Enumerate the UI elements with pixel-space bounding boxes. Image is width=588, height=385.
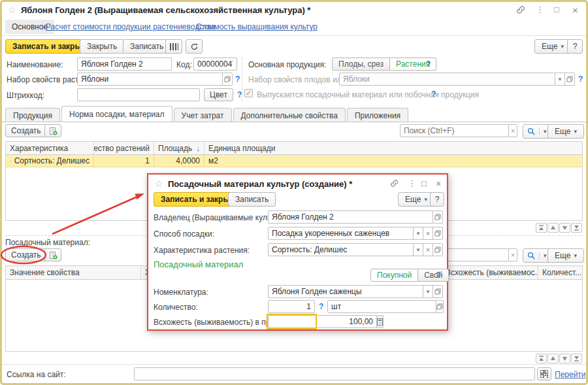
save-button[interactable]: Записать [123,39,171,54]
open-link-icon[interactable] [433,243,443,256]
plant-props-input[interactable] [77,73,223,86]
close-icon[interactable]: × [572,5,578,16]
main-product-help-icon[interactable]: ? [426,59,431,69]
germination-field[interactable] [268,315,316,328]
code-input[interactable] [193,58,237,71]
move-top-icon[interactable] [536,354,547,363]
norm-search-button[interactable]: ▾ [523,124,551,139]
toggle-fruits-option[interactable]: Плоды, срез [332,58,390,71]
close-icon[interactable]: × [436,178,441,189]
move-up-icon[interactable] [547,223,559,233]
checkbox-help-icon[interactable]: ? [431,90,436,99]
open-link-icon[interactable] [433,210,443,224]
move-down-icon[interactable] [559,354,570,363]
chevron-down-icon[interactable]: ▾ [414,243,423,256]
maximize-icon[interactable]: □ [554,5,559,14]
go-to-site-link[interactable]: Перейти [555,370,586,379]
norm-search-field[interactable]: × [400,124,517,137]
tab-attachments[interactable]: Приложения [347,108,408,122]
move-up-icon[interactable] [547,354,559,363]
maximize-icon[interactable]: □ [421,178,427,188]
norm-search-input[interactable] [400,124,509,137]
planting-more-button[interactable]: Еще▾ [547,248,584,263]
owner-field[interactable] [268,210,443,224]
change-history-button[interactable] [186,39,203,54]
move-bottom-icon[interactable] [571,223,582,233]
move-top-icon[interactable] [536,223,547,233]
plant-characteristic-field[interactable]: ▾ × [268,243,443,256]
barcode-button[interactable] [165,39,182,54]
clear-search-icon[interactable]: × [509,248,517,261]
characteristic-cell[interactable]: Сортность: Делишес [6,155,94,167]
unit-input[interactable] [327,300,436,313]
site-link-input[interactable] [134,367,535,380]
move-down-icon[interactable] [559,223,570,233]
barcode-input[interactable] [77,88,200,101]
favorite-star-icon[interactable]: ☆ [155,178,163,189]
help-button[interactable]: ? [567,39,583,54]
norm-copy-button[interactable] [44,124,61,137]
toggle-purchased-option[interactable]: Покупной [370,269,418,282]
source-help-icon[interactable]: ? [436,271,440,280]
quantity-input[interactable] [268,300,315,313]
window-menu-icon[interactable]: ⋮ [536,5,544,14]
clear-icon[interactable]: × [423,227,433,240]
dialog-save-button[interactable]: Записать [228,192,276,207]
chevron-down-icon[interactable]: ▾ [414,227,423,240]
plant-props-help-icon[interactable]: ? [235,75,240,84]
close-button[interactable]: Закрыть [80,39,124,54]
plant-count-cell[interactable]: 1 [94,155,154,167]
quantity-help-icon[interactable]: ? [319,302,323,311]
owner-input[interactable] [268,210,433,224]
column-header[interactable]: Количество растений [94,142,154,154]
planting-method-input[interactable] [268,227,414,240]
plant-characteristic-input[interactable] [268,243,414,256]
area-unit-cell[interactable]: м2 [204,155,582,167]
tab-cost-accounting[interactable]: Учет затрат [174,108,232,122]
tab-products[interactable]: Продукция [5,108,60,122]
column-header-sorted[interactable]: Всхожесть (выживаемос...↓ [442,266,538,279]
norm-create-button[interactable]: Создать [5,124,47,137]
open-link-icon[interactable] [433,227,443,240]
chevron-down-icon[interactable]: ▾ [423,285,433,298]
area-cell[interactable]: 4,0000 [154,155,204,167]
planting-copy-button[interactable] [44,248,61,261]
open-link-icon[interactable] [436,300,444,313]
window-menu-icon[interactable]: ⋮ [408,178,416,188]
qr-code-button[interactable] [537,367,551,380]
open-link-icon[interactable] [433,285,443,298]
plant-props-field[interactable] [77,73,233,86]
clear-icon[interactable]: × [423,243,433,256]
column-header-sorted[interactable]: Площадь↓ [154,142,204,154]
nomenclature-input[interactable] [268,285,423,298]
planting-search-button[interactable]: ▾ [523,248,551,263]
nav-link-growing-cost[interactable]: Стоимость выращивания культур [196,22,318,31]
nav-link-crop-cost[interactable]: Расчет стоимости продукции растениеводст… [46,22,216,31]
column-header[interactable]: Количест... [538,266,582,279]
clear-search-icon[interactable]: × [509,124,517,137]
favorite-star-icon[interactable]: ☆ [8,5,16,15]
column-header[interactable]: Единица площади [204,142,582,154]
tab-planting-norm[interactable]: Норма посадки, материал [61,106,172,122]
open-link-icon[interactable] [565,73,575,86]
table-row-selected[interactable]: Сортность: Делишес 1 4,0000 м2 [5,155,583,167]
name-input[interactable] [77,58,172,71]
get-link-icon[interactable] [390,179,399,188]
more-button[interactable]: Еще▾ [534,39,571,54]
nomenclature-field[interactable]: ▾ [268,285,443,298]
toggle-own-option[interactable]: Свой [418,269,449,282]
dialog-more-button[interactable]: Еще▾ [398,192,434,207]
open-link-icon[interactable] [223,73,233,86]
color-button[interactable]: Цвет [204,88,233,101]
dialog-help-button[interactable]: ? [430,192,444,207]
fruit-props-help-icon[interactable]: ? [578,75,583,84]
tab-additional-props[interactable]: Дополнительные свойства [233,108,346,122]
get-link-icon[interactable] [516,5,525,14]
column-header[interactable]: Значение свойства [6,266,141,279]
calculator-icon[interactable] [377,315,384,328]
norm-more-button[interactable]: Еще▾ [547,124,584,139]
move-bottom-icon[interactable] [571,354,582,363]
germination-input[interactable] [268,315,377,328]
unit-field[interactable] [327,300,443,313]
planting-create-button[interactable]: Создать [5,248,47,261]
